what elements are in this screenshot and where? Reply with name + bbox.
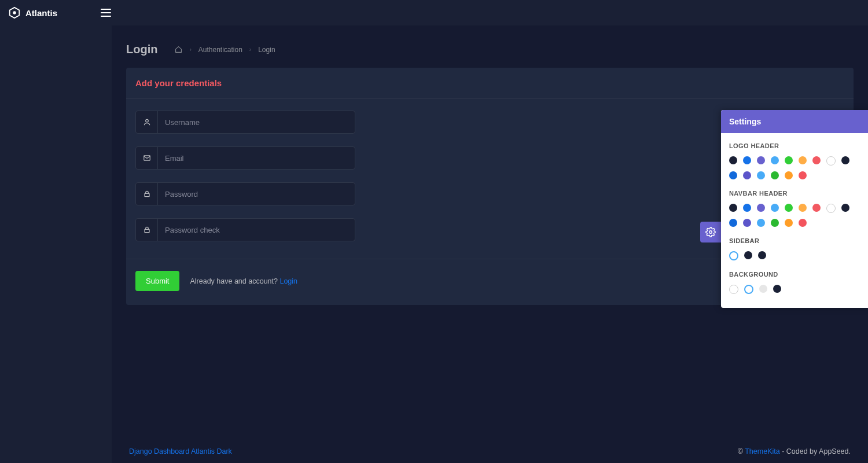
copyright-prefix: © bbox=[738, 447, 745, 455]
chevron-right-icon: › bbox=[249, 46, 251, 53]
page-title: Login bbox=[126, 43, 157, 56]
color-swatch[interactable] bbox=[743, 156, 751, 164]
lock-icon bbox=[136, 183, 158, 205]
user-icon bbox=[136, 111, 158, 133]
color-swatch[interactable] bbox=[773, 285, 781, 293]
sidebar-swatches bbox=[729, 251, 860, 260]
email-group bbox=[135, 146, 355, 170]
chevron-right-icon: › bbox=[189, 46, 191, 53]
color-swatch[interactable] bbox=[757, 204, 765, 212]
email-input[interactable] bbox=[158, 147, 355, 169]
color-swatch[interactable] bbox=[729, 251, 738, 260]
color-swatch[interactable] bbox=[729, 204, 737, 212]
svg-point-0 bbox=[13, 11, 16, 14]
color-swatch[interactable] bbox=[799, 171, 807, 179]
brand-logo[interactable]: Atlantis bbox=[8, 6, 112, 19]
already-have-account-text: Already have and account? Login bbox=[190, 277, 297, 285]
color-swatch[interactable] bbox=[812, 156, 821, 164]
color-swatch[interactable] bbox=[826, 156, 836, 166]
color-swatch[interactable] bbox=[729, 156, 737, 164]
logo-header-label: LOGO HEADER bbox=[729, 142, 860, 149]
color-swatch[interactable] bbox=[812, 204, 821, 212]
color-swatch[interactable] bbox=[799, 204, 807, 212]
background-swatches bbox=[729, 285, 860, 294]
themekita-link[interactable]: ThemeKita bbox=[745, 447, 779, 455]
color-swatch[interactable] bbox=[785, 156, 793, 164]
lock-icon bbox=[136, 219, 158, 241]
color-swatch[interactable] bbox=[785, 219, 793, 227]
color-swatch[interactable] bbox=[729, 219, 737, 227]
submit-button[interactable]: Submit bbox=[135, 271, 179, 291]
color-swatch[interactable] bbox=[759, 285, 767, 293]
svg-rect-3 bbox=[144, 193, 149, 196]
password-input[interactable] bbox=[158, 183, 355, 205]
svg-point-5 bbox=[709, 231, 712, 234]
color-swatch[interactable] bbox=[799, 219, 807, 227]
envelope-icon bbox=[136, 147, 158, 169]
color-swatch[interactable] bbox=[744, 285, 753, 294]
color-swatch[interactable] bbox=[771, 219, 779, 227]
brand-name: Atlantis bbox=[25, 8, 57, 18]
already-text: Already have and account? bbox=[190, 277, 279, 285]
svg-rect-4 bbox=[144, 229, 149, 232]
copyright-suffix: - Coded by AppSeed. bbox=[780, 447, 851, 455]
color-swatch[interactable] bbox=[841, 204, 849, 212]
home-icon[interactable] bbox=[175, 46, 182, 53]
color-swatch[interactable] bbox=[785, 171, 793, 179]
footer-bar: Django Dashboard Atlantis Dark © ThemeKi… bbox=[112, 440, 868, 463]
color-swatch[interactable] bbox=[841, 156, 849, 164]
sidebar bbox=[0, 25, 112, 463]
login-link[interactable]: Login bbox=[279, 277, 297, 285]
footer-left-link[interactable]: Django Dashboard Atlantis Dark bbox=[129, 447, 232, 455]
color-swatch[interactable] bbox=[757, 171, 765, 179]
color-swatch[interactable] bbox=[729, 285, 738, 294]
color-swatch[interactable] bbox=[757, 156, 765, 164]
gear-icon bbox=[705, 227, 716, 237]
settings-title: Settings bbox=[721, 110, 868, 133]
password-check-input[interactable] bbox=[158, 219, 355, 241]
footer-copyright: © ThemeKita - Coded by AppSeed. bbox=[738, 447, 851, 455]
sidebar-label: SIDEBAR bbox=[729, 237, 860, 244]
background-label: BACKGROUND bbox=[729, 271, 860, 278]
navbar-header-swatches bbox=[729, 204, 860, 227]
logo-header-swatches bbox=[729, 156, 860, 179]
color-swatch[interactable] bbox=[826, 204, 836, 213]
breadcrumb-item-login[interactable]: Login bbox=[258, 46, 275, 54]
settings-panel: Settings LOGO HEADER NAVBAR HEADER SIDEB… bbox=[721, 110, 868, 308]
color-swatch[interactable] bbox=[729, 171, 737, 179]
breadcrumb-item-auth[interactable]: Authentication bbox=[198, 46, 242, 54]
settings-toggle-button[interactable] bbox=[700, 222, 721, 242]
color-swatch[interactable] bbox=[758, 251, 766, 259]
username-group bbox=[135, 111, 355, 134]
username-input[interactable] bbox=[158, 111, 355, 133]
menu-toggle-icon[interactable] bbox=[101, 9, 111, 17]
password-group bbox=[135, 182, 355, 205]
color-swatch[interactable] bbox=[771, 204, 779, 212]
color-swatch[interactable] bbox=[743, 171, 751, 179]
svg-point-1 bbox=[145, 119, 148, 122]
color-swatch[interactable] bbox=[743, 204, 751, 212]
breadcrumb: › Authentication › Login bbox=[175, 46, 275, 54]
card-title: Add your credentials bbox=[126, 68, 854, 99]
color-swatch[interactable] bbox=[799, 156, 807, 164]
navbar-header-label: NAVBAR HEADER bbox=[729, 190, 860, 197]
logo-icon bbox=[8, 6, 21, 19]
color-swatch[interactable] bbox=[757, 219, 765, 227]
color-swatch[interactable] bbox=[785, 204, 793, 212]
color-swatch[interactable] bbox=[744, 251, 752, 259]
color-swatch[interactable] bbox=[743, 219, 751, 227]
color-swatch[interactable] bbox=[771, 156, 779, 164]
color-swatch[interactable] bbox=[771, 171, 779, 179]
password-check-group bbox=[135, 218, 355, 241]
